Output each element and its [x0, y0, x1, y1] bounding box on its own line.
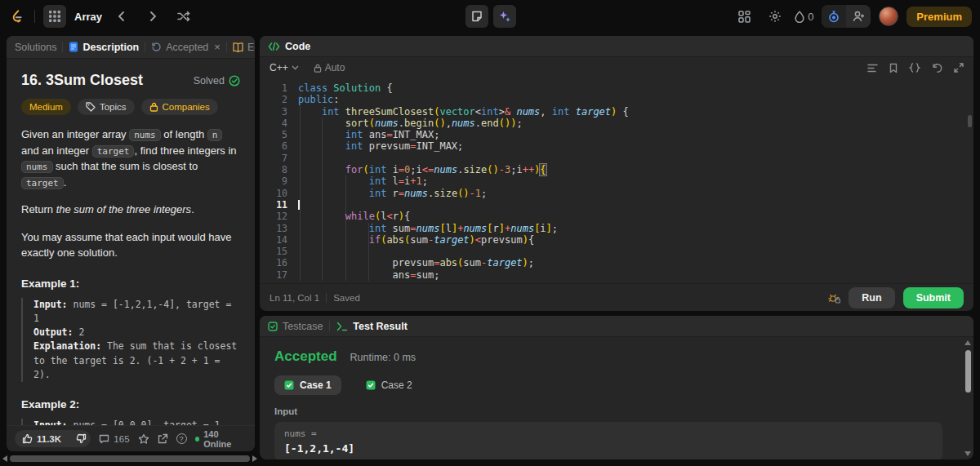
line-number: 8 [260, 164, 287, 175]
code-text [287, 199, 298, 211]
problem-title: 16. 3Sum Closest [21, 72, 143, 89]
scrollbar-thumb[interactable] [10, 455, 250, 462]
shuffle-icon[interactable] [172, 5, 195, 28]
bookmark-icon[interactable] [889, 63, 898, 73]
scroll-down-arrow[interactable] [964, 451, 971, 456]
code-line[interactable]: 16 prevsum=abs(sum-target); [260, 257, 973, 269]
code-line[interactable]: 7 [260, 153, 973, 164]
chevron-left-icon[interactable] [110, 5, 133, 28]
tab-solutions[interactable]: Solutions [15, 42, 56, 53]
dashboard-icon[interactable] [733, 5, 755, 28]
grid-icon[interactable] [43, 5, 66, 28]
tab-editorial[interactable]: Editorial [233, 42, 255, 53]
companies-badge[interactable]: Companies [141, 99, 218, 115]
tab-description[interactable]: Description [69, 42, 139, 53]
reset-icon[interactable] [932, 63, 942, 73]
code-line[interactable]: 2public: [260, 94, 973, 105]
case-2-button[interactable]: Case 2 [356, 375, 422, 395]
horizontal-scrollbar [0, 454, 260, 464]
divider [145, 42, 145, 52]
problem-list-label[interactable]: Array [74, 11, 102, 23]
line-number: 6 [260, 140, 287, 152]
verdict: Accepted [274, 348, 337, 365]
streak-counter[interactable]: 0 [795, 11, 813, 23]
code-lines: 1class Solution {2public:3 int threeSumC… [260, 82, 973, 281]
editor-scrollbar-thumb[interactable] [968, 115, 972, 127]
code-line[interactable]: 4 sort(nums.begin(),nums.end()); [260, 118, 973, 129]
tab-testcase[interactable]: Testcase [268, 321, 323, 332]
code-line[interactable]: 3 int threeSumClosest(vector<int>& nums,… [260, 106, 973, 118]
code-line[interactable]: 17 ans=sum; [260, 269, 973, 281]
input-box[interactable]: nums = [-1,2,1,-4] [274, 422, 942, 459]
add-user-icon[interactable] [846, 5, 871, 28]
tab-accepted[interactable]: Accepted × [151, 41, 220, 53]
editor-toolbar: C++ Auto [260, 57, 973, 78]
avatar[interactable] [879, 7, 898, 26]
premium-button[interactable]: Premium [906, 7, 972, 27]
scroll-right-arrow[interactable] [252, 455, 257, 462]
inline-code-chip: nums [21, 161, 53, 173]
tag-icon [86, 102, 96, 112]
tab-test-result[interactable]: Test Result [336, 321, 407, 332]
code-line[interactable]: 13 int sum=nums[l]+nums[r]+nums[i]; [260, 223, 973, 234]
notes-icon[interactable] [466, 5, 488, 28]
line-number: 2 [260, 94, 287, 105]
line-number: 4 [260, 118, 287, 129]
timer-icon[interactable] [822, 5, 846, 28]
save-status: Saved [333, 293, 360, 303]
chevron-down-icon [292, 65, 299, 70]
help-button[interactable]: ? [176, 433, 187, 444]
scroll-up-arrow[interactable] [964, 340, 971, 345]
code-line[interactable]: 12 while(l<r){ [260, 211, 973, 222]
code-line[interactable]: 11 [260, 199, 973, 211]
text-cursor [298, 200, 300, 210]
code-line[interactable]: 8 for(int i=0;i<=nums.size()-3;i++){ [260, 164, 973, 175]
gear-icon[interactable] [764, 5, 786, 28]
lock-icon [314, 64, 322, 73]
comments-button[interactable]: 165 [99, 433, 129, 444]
code-text: public: [287, 94, 340, 105]
code-line[interactable]: 1class Solution { [260, 82, 973, 94]
code-line[interactable]: 10 int r=nums.size()-1; [260, 188, 973, 199]
submit-button[interactable]: Submit [903, 287, 964, 308]
code-text: int r=nums.size()-1; [287, 188, 487, 199]
language-selector[interactable]: C++ [270, 62, 299, 73]
leetcode-logo[interactable] [8, 5, 26, 28]
run-button[interactable]: Run [849, 287, 894, 308]
online-dot [195, 437, 200, 442]
line-number: 11 [260, 199, 287, 211]
likes-count: 11.3K [37, 434, 61, 444]
close-icon[interactable]: × [214, 41, 220, 53]
topics-badge[interactable]: Topics [78, 99, 135, 115]
line-number: 12 [260, 211, 287, 222]
braces-icon[interactable] [909, 63, 920, 73]
code-text: int prevsum=INT_MAX; [287, 140, 463, 152]
scrollbar-thumb[interactable] [965, 350, 971, 393]
thumbs-up-button[interactable]: 11.3K [15, 430, 69, 447]
debug-lock-icon[interactable] [827, 292, 840, 304]
code-line[interactable]: 5 int ans=INT_MAX; [260, 129, 973, 140]
code-line[interactable]: 6 int prevsum=INT_MAX; [260, 140, 973, 152]
code-line[interactable]: 14 if(abs(sum-target)<prevsum){ [260, 234, 973, 246]
input-name: nums = [284, 428, 933, 439]
sparkles-icon[interactable] [493, 5, 516, 28]
line-number: 15 [260, 246, 287, 257]
code-line[interactable]: 9 int l=i+1; [260, 175, 973, 187]
tab-code[interactable]: Code [285, 41, 310, 52]
difficulty-badge[interactable]: Medium [21, 99, 71, 115]
star-button[interactable] [138, 433, 149, 445]
case-1-button[interactable]: Case 1 [274, 375, 341, 395]
thumbs-down-button[interactable] [69, 430, 91, 447]
chevron-right-icon[interactable] [141, 5, 164, 28]
code-editor[interactable]: 1class Solution {2public:3 int threeSumC… [260, 78, 973, 283]
problem-footer: 11.3K 165 ? 140 Online [7, 425, 255, 451]
scroll-left-arrow[interactable] [2, 455, 7, 462]
code-line[interactable]: 15 [260, 246, 973, 257]
align-icon[interactable] [867, 64, 878, 73]
expand-icon[interactable] [954, 63, 964, 73]
star-icon [138, 433, 149, 445]
description-paragraph: You may assume that each input would hav… [21, 229, 240, 261]
description-paragraph: Return the sum of the three integers. [21, 202, 240, 218]
share-button[interactable] [158, 433, 168, 444]
auto-toggle[interactable]: Auto [314, 62, 345, 73]
